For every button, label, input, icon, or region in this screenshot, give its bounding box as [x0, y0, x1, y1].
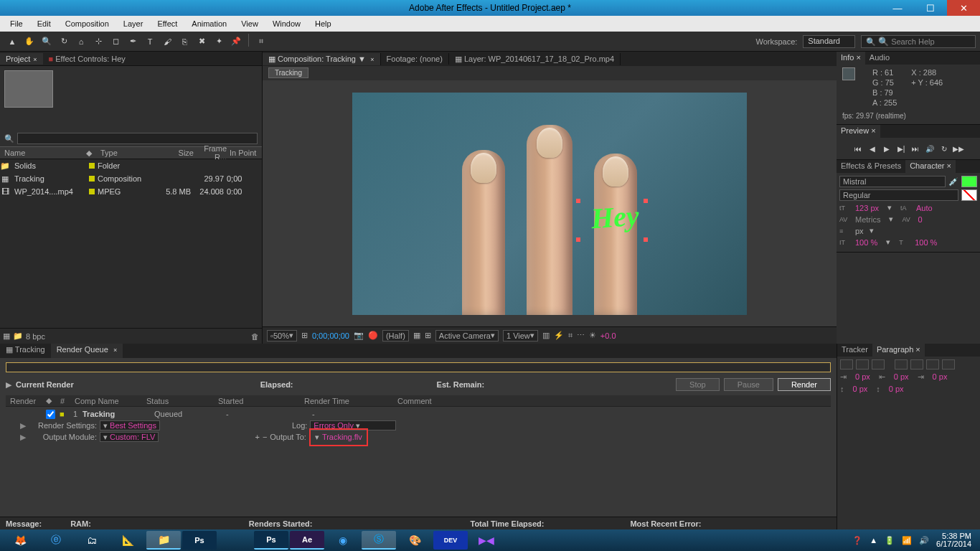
tab-project[interactable]: Project×: [0, 53, 43, 65]
tab-preview[interactable]: Preview ×: [837, 125, 880, 138]
eraser-tool-icon[interactable]: ✖: [194, 34, 209, 50]
clone-tool-icon[interactable]: ⎘: [176, 34, 192, 50]
first-frame-icon[interactable]: ⏮: [853, 143, 863, 154]
roto-tool-icon[interactable]: ✦: [211, 34, 227, 50]
loop-icon[interactable]: ↻: [939, 143, 949, 154]
align-right-icon[interactable]: [872, 359, 885, 369]
taskbar-photoshop-icon[interactable]: Ps: [182, 531, 217, 550]
snapshot-icon[interactable]: 📷: [354, 331, 364, 340]
indent-left-field[interactable]: 0 px: [855, 372, 870, 382]
close-icon[interactable]: ×: [113, 347, 117, 354]
camera-tool-icon[interactable]: ⌂: [73, 34, 89, 50]
network-tray-icon[interactable]: 📶: [902, 536, 912, 545]
render-enable-checkbox[interactable]: [46, 410, 55, 419]
composition-view[interactable]: Hey: [263, 80, 837, 326]
taskbar-photoshop2-icon[interactable]: Ps: [254, 531, 288, 550]
stroke-width-field[interactable]: px: [855, 227, 864, 235]
workspace-select[interactable]: Standard: [803, 35, 855, 48]
justify-right-icon[interactable]: [926, 359, 939, 369]
tracking-field[interactable]: 0: [918, 215, 922, 224]
taskbar-dev-icon[interactable]: DEV: [433, 531, 468, 550]
justify-all-icon[interactable]: [942, 359, 955, 369]
minimize-button[interactable]: —: [881, 0, 914, 16]
menu-view[interactable]: View: [234, 18, 265, 29]
add-output-icon[interactable]: +: [255, 433, 259, 441]
close-button[interactable]: ✕: [947, 0, 980, 16]
search-help-input[interactable]: 🔍 Search Help: [861, 35, 976, 48]
indent-right-field[interactable]: 0 px: [933, 372, 948, 382]
space-before-field[interactable]: 0 px: [853, 385, 868, 393]
hand-tool-icon[interactable]: ✋: [22, 34, 37, 50]
transform-handle-icon[interactable]: [576, 237, 580, 242]
font-size-field[interactable]: 123 px: [855, 204, 879, 212]
snap-icon[interactable]: ⌗: [253, 34, 269, 50]
space-after-field[interactable]: 0 px: [889, 385, 904, 393]
justify-center-icon[interactable]: [910, 359, 923, 369]
selection-tool-icon[interactable]: ▲: [4, 34, 20, 50]
col-type[interactable]: Type: [100, 149, 158, 157]
dropdown-icon[interactable]: ▾: [315, 433, 319, 442]
pen-tool-icon[interactable]: ✒: [125, 34, 141, 50]
menu-animation[interactable]: Animation: [184, 18, 234, 29]
tab-footage[interactable]: Footage: (none): [381, 53, 449, 65]
tab-info[interactable]: Info ×: [837, 52, 865, 65]
brush-tool-icon[interactable]: 🖌: [159, 34, 175, 50]
view-select[interactable]: 1 View ▾: [503, 330, 538, 342]
channel-icon[interactable]: 🔴: [368, 331, 378, 340]
timeline-icon[interactable]: ⌗: [568, 331, 573, 340]
tab-tracker[interactable]: Tracker: [837, 344, 872, 357]
close-icon[interactable]: ×: [947, 161, 951, 170]
taskbar-folder-icon[interactable]: 📁: [146, 531, 181, 550]
ruler-icon[interactable]: ⊞: [301, 331, 308, 340]
render-item-row[interactable]: ■ 1 Tracking Queued - -: [6, 408, 831, 420]
menu-window[interactable]: Window: [265, 18, 308, 29]
tab-effect-controls[interactable]: ■ Effect Controls: Hey: [43, 53, 131, 65]
vscale-field[interactable]: 100 %: [855, 238, 877, 247]
tab-audio[interactable]: Audio: [865, 52, 894, 65]
tab-tracking-timeline[interactable]: ▦ Tracking: [0, 344, 51, 358]
stroke-color-swatch[interactable]: [961, 189, 977, 201]
grid-icon[interactable]: ⊞: [425, 331, 431, 340]
tab-composition[interactable]: ▦ Composition: Tracking ▼ ×: [263, 53, 381, 65]
menu-composition[interactable]: Composition: [58, 18, 116, 29]
menu-help[interactable]: Help: [308, 18, 339, 29]
justify-left-icon[interactable]: [895, 359, 908, 369]
taskbar-explorer-icon[interactable]: 🗂: [75, 531, 109, 550]
next-frame-icon[interactable]: ▶|: [896, 143, 906, 154]
roi-icon[interactable]: ▦: [413, 331, 420, 340]
rect-tool-icon[interactable]: ◻: [108, 34, 123, 50]
taskbar-app2-icon[interactable]: 🎨: [397, 531, 432, 550]
col-size[interactable]: Size: [158, 149, 194, 157]
mute-icon[interactable]: 🔊: [925, 143, 935, 154]
tray-up-icon[interactable]: ▲: [870, 536, 877, 545]
type-tool-icon[interactable]: T: [142, 34, 158, 50]
delete-icon[interactable]: 🗑: [251, 332, 259, 341]
taskbar-firefox-icon[interactable]: 🦊: [3, 531, 37, 550]
project-row-footage[interactable]: 🎞 WP_2014....mp4 MPEG 5.8 MB 24.008 0:00: [0, 185, 262, 198]
output-to-filename[interactable]: Tracking.flv: [322, 433, 362, 441]
pause-button[interactable]: Pause: [724, 378, 773, 391]
fast-preview-icon[interactable]: ⚡: [554, 331, 564, 340]
taskbar-aftereffects-icon[interactable]: Ae: [290, 531, 324, 550]
zoom-select[interactable]: ▫ 50% ▾: [267, 330, 297, 342]
close-icon[interactable]: ×: [915, 345, 920, 354]
flowchart-icon[interactable]: ⋯: [577, 331, 585, 340]
taskbar-app-icon[interactable]: [218, 531, 253, 550]
pixel-aspect-icon[interactable]: ▥: [542, 331, 550, 340]
taskbar-vs-icon[interactable]: ▶◀: [469, 531, 504, 550]
anchor-tool-icon[interactable]: ⊹: [90, 34, 106, 50]
maximize-button[interactable]: ☐: [914, 0, 947, 16]
prev-frame-icon[interactable]: ◀: [867, 143, 877, 154]
render-button[interactable]: Render: [778, 378, 831, 391]
fill-color-swatch[interactable]: [961, 176, 977, 187]
bpc-toggle[interactable]: 8 bpc: [26, 332, 45, 341]
project-search-input[interactable]: [17, 133, 258, 144]
col-inpoint[interactable]: In Point: [230, 149, 258, 157]
exposure-reset-icon[interactable]: ☀: [589, 331, 596, 340]
align-center-icon[interactable]: [856, 359, 869, 369]
tab-layer[interactable]: ▦ Layer: WP_20140617_17_18_02_Pro.mp4: [449, 53, 621, 65]
taskbar-ie-icon[interactable]: ⓔ: [39, 531, 73, 550]
exposure-value[interactable]: +0.0: [600, 331, 616, 340]
eyedropper-icon[interactable]: 💉: [948, 177, 958, 187]
taskbar-skype-icon[interactable]: Ⓢ: [362, 531, 396, 550]
